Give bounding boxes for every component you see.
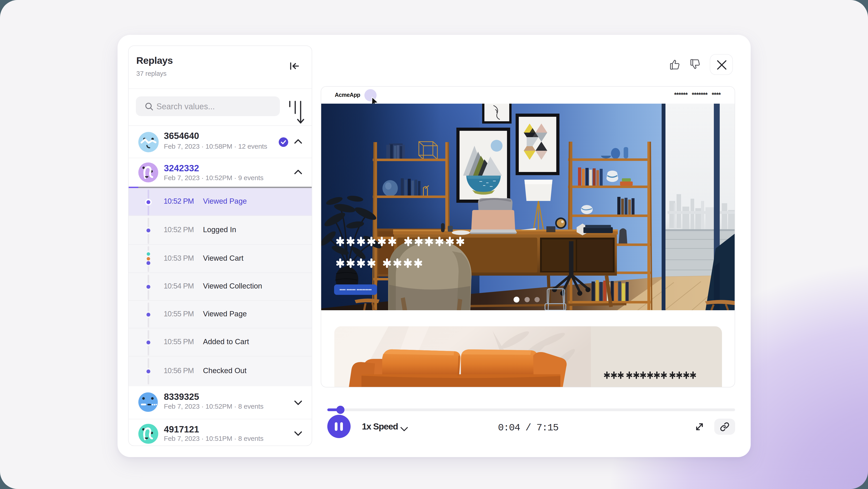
svg-text:**** ****** **********: **** ****** ********** bbox=[340, 288, 372, 293]
